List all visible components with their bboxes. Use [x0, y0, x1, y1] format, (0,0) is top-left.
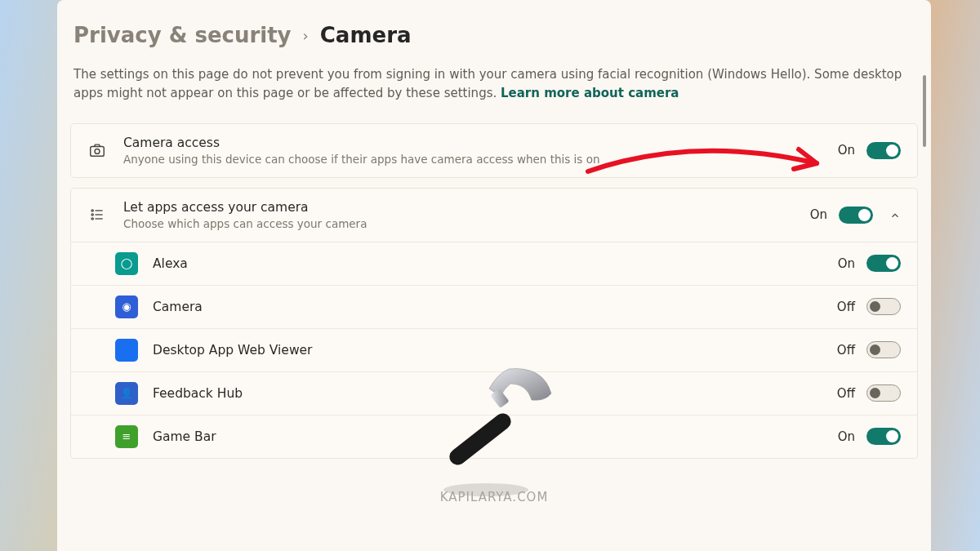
watermark-text: KAPILARYA.COM — [440, 490, 549, 504]
let-apps-title: Let apps access your camera — [123, 200, 794, 215]
intro-text: The settings on this page do not prevent… — [57, 51, 931, 115]
settings-panel: Privacy & security › Camera The settings… — [57, 0, 931, 551]
app-toggle-state: On — [838, 429, 855, 444]
app-icon: ≡ — [115, 425, 138, 448]
camera-access-card: Camera access Anyone using this device c… — [70, 123, 918, 178]
intro-body: The settings on this page do not prevent… — [74, 67, 902, 100]
chevron-up-icon[interactable] — [889, 209, 901, 220]
svg-point-8 — [443, 483, 528, 496]
let-apps-state: On — [810, 207, 827, 222]
let-apps-card[interactable]: Let apps access your camera Choose which… — [70, 188, 918, 242]
app-toggle-state: On — [838, 256, 855, 271]
app-toggle-state: Off — [837, 300, 855, 314]
svg-point-6 — [91, 218, 93, 220]
app-toggle[interactable] — [866, 255, 901, 272]
app-toggle-state: Off — [837, 386, 855, 401]
app-icon: ◉ — [115, 295, 138, 318]
app-icon — [115, 339, 138, 362]
app-icon: 👤 — [115, 382, 138, 405]
let-apps-toggle[interactable] — [839, 207, 873, 224]
camera-access-state: On — [838, 143, 855, 158]
app-row: 👤Feedback HubOff — [71, 371, 917, 415]
svg-rect-0 — [91, 146, 105, 156]
app-name: Camera — [153, 300, 822, 314]
learn-more-link[interactable]: Learn more about camera — [501, 86, 679, 100]
breadcrumb: Privacy & security › Camera — [57, 23, 931, 51]
app-toggle[interactable] — [866, 428, 901, 445]
list-icon — [87, 205, 107, 224]
scrollbar[interactable] — [923, 75, 926, 147]
camera-access-subtitle: Anyone using this device can choose if t… — [123, 153, 822, 166]
svg-point-4 — [91, 214, 93, 216]
app-name: Game Bar — [153, 429, 823, 444]
breadcrumb-parent[interactable]: Privacy & security — [74, 23, 292, 47]
camera-access-toggle[interactable] — [866, 142, 901, 159]
camera-access-title: Camera access — [123, 136, 822, 150]
app-row: ◉CameraOff — [71, 285, 917, 328]
app-toggle[interactable] — [866, 341, 901, 358]
app-name: Alexa — [153, 256, 823, 271]
svg-point-1 — [95, 149, 100, 153]
app-row: ◯AlexaOn — [71, 242, 917, 285]
svg-point-2 — [91, 210, 93, 211]
apps-list: ◯AlexaOn◉CameraOffDesktop App Web Viewer… — [70, 242, 918, 459]
camera-icon — [87, 140, 107, 160]
app-name: Feedback Hub — [153, 386, 822, 401]
chevron-right-icon: › — [303, 27, 309, 44]
let-apps-subtitle: Choose which apps can access your camera — [123, 217, 794, 230]
app-toggle-state: Off — [837, 343, 855, 358]
app-icon: ◯ — [115, 252, 138, 275]
breadcrumb-current: Camera — [320, 23, 412, 47]
app-row: ≡Game BarOn — [71, 415, 917, 458]
app-toggle[interactable] — [866, 384, 901, 402]
app-row: Desktop App Web ViewerOff — [71, 328, 917, 371]
app-name: Desktop App Web Viewer — [153, 343, 822, 358]
app-toggle[interactable] — [866, 298, 901, 315]
